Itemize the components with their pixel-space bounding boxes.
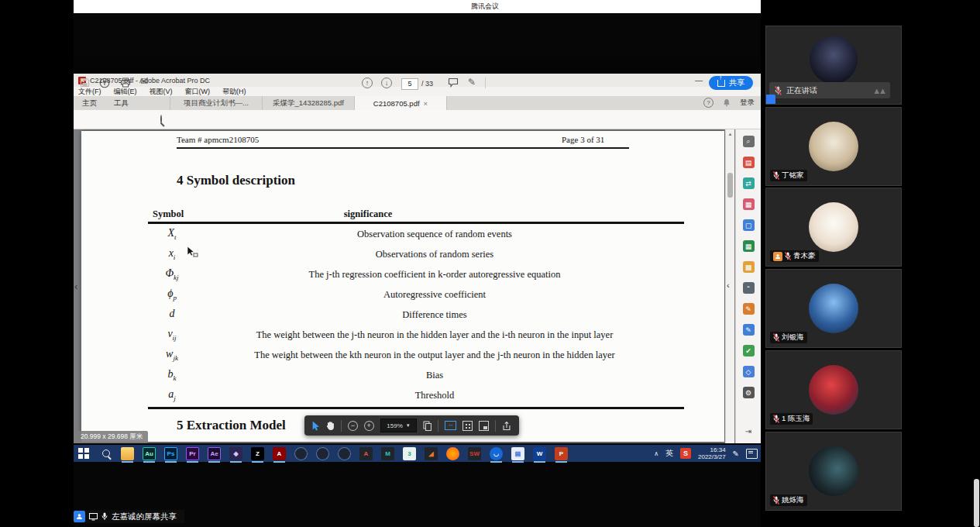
taskbar-app-circular-app-1-icon[interactable] [294,447,308,460]
taskbar-app-app-3-icon[interactable]: 3 [403,447,416,460]
table-row: d Difference times [81,308,724,328]
taskbar-app-powerpoint-icon[interactable]: P [555,447,568,460]
share-button[interactable]: 共享 [709,76,753,90]
menu-file[interactable]: 文件(F) [78,87,101,97]
send-cloud-icon[interactable] [99,78,110,88]
notification-center-icon[interactable] [746,449,758,459]
participant-tile-6[interactable]: 姚烁海 [765,432,902,511]
tab-home[interactable]: 主页 [74,96,105,110]
taskbar-app-solidworks-icon[interactable]: SW [468,447,481,460]
taskbar-app-file-explorer-icon[interactable] [121,447,134,460]
taskbar-app-firefox-icon[interactable] [446,447,459,460]
help-icon[interactable]: ? [703,98,714,108]
participant-tile-2[interactable]: 丁铭家 [765,107,902,186]
taskbar-app-circular-app-3-icon[interactable] [338,447,351,460]
panel-collapse-arrow-icon[interactable]: ‹ [727,281,730,290]
fill-sign-icon[interactable]: ✎ [743,303,755,315]
zoom-out-icon[interactable]: − [348,421,358,431]
acrobat-minimize-button[interactable]: — [688,74,710,87]
taskbar-app-audition-icon[interactable]: Au [143,447,156,460]
search-tools-icon[interactable]: ⌕ [743,136,755,147]
zoom-in-icon[interactable]: + [364,421,374,431]
page-up-icon[interactable]: ↑ [362,78,373,88]
select-tool-icon[interactable] [312,421,320,431]
doc-tab-3-active[interactable]: C2108705.pdf × [354,96,447,110]
menu-view[interactable]: 视图(V) [150,87,173,97]
more-tools-icon[interactable]: ⚙ [743,387,755,398]
participant-tile-3[interactable]: 青木豪 [765,188,902,267]
protect-icon[interactable]: ◇ [743,366,755,377]
taskbar-app-search-icon[interactable] [99,447,112,460]
chevron-down-icon: ▼ [406,423,411,428]
participant-tile-4[interactable]: 刘银海 [765,269,902,348]
system-tray: ∧ 英 S 16:34 2022/3/27 ✎ [654,445,758,462]
zoom-level-dropdown[interactable]: 159% ▼ [380,418,418,432]
taskbar-app-start-icon[interactable] [77,447,91,460]
clipboard-icon[interactable] [423,421,432,431]
menu-window[interactable]: 窗口(W) [185,87,211,97]
create-pdf-icon[interactable]: ▢ [743,219,755,231]
search-icon[interactable] [160,115,162,124]
email-icon[interactable]: ✉ [140,76,148,87]
taskbar-clock[interactable]: 16:34 2022/3/27 [698,446,726,460]
taskbar-app-thunder-icon[interactable]: ◡ [490,447,503,460]
combine-files-icon[interactable]: ▩ [743,261,755,273]
doc-tab-2[interactable]: 采煤学_14328285.pdf [262,96,354,110]
taskbar-app-after-effects-icon[interactable]: Ae [208,447,221,460]
ime-indicator[interactable]: 英 [665,448,673,459]
fit-page-icon[interactable] [462,421,473,431]
convert-pdf-icon[interactable]: ⇄ [743,177,755,189]
taskbar-app-photoshop-icon[interactable]: Ps [164,447,177,460]
hand-tool-icon[interactable] [326,421,335,431]
stamp-icon[interactable]: ✔ [743,345,755,356]
fit-width-icon[interactable]: ↔ [445,421,456,430]
participant-tile-5[interactable]: 1 陈玉海 [765,350,902,429]
export-pdf-icon[interactable]: ▤ [743,157,755,168]
page-down-icon[interactable]: ↓ [381,78,392,88]
page-header-right: Page 3 of 31 [562,135,604,144]
share-up-icon[interactable] [502,421,511,431]
taskbar-app-jianying-icon[interactable]: ◆ [229,447,242,460]
scroll-up-icon[interactable]: ▲ [726,132,734,136]
taskbar-app-m-app-icon[interactable]: M [381,447,394,460]
organize-pages-icon[interactable]: ▦ [743,198,755,210]
table-row: aj Threshold [81,388,724,408]
taskbar-app-matlab-icon[interactable]: ◢ [425,447,438,460]
sogou-ime-icon[interactable]: S [680,448,691,459]
clock-time: 16:34 [710,446,726,453]
page-number-input[interactable]: 5 [401,78,418,90]
tab-tools[interactable]: 工具 [105,96,137,110]
taskbar-app-circular-app-2-icon[interactable] [316,447,329,460]
scrollbar-thumb[interactable] [727,173,733,198]
expand-panel-icon[interactable]: ⇥ [736,427,761,436]
save-icon[interactable] [80,78,90,88]
menu-help[interactable]: 帮助(H) [222,87,246,97]
participant-tile-1[interactable]: 正在讲话 ▲▲ [765,26,902,105]
taskbar-app-word-icon[interactable]: W [533,447,546,460]
taskbar-app-premiere-icon[interactable]: Pr [186,447,199,460]
export-excel-icon[interactable]: ▦ [743,240,755,252]
login-link[interactable]: 登录 [740,98,755,108]
shared-screen: A C2108705.pdf - Adobe Acrobat Pro DC — … [74,13,761,527]
fullscreen-icon[interactable] [479,421,489,431]
bell-icon[interactable] [723,98,731,107]
doc-tab-1[interactable]: 项目商业计划书—... [170,96,262,110]
pen-input-icon[interactable]: ✎ [733,450,739,458]
taskbar-app-wps-doc-icon[interactable]: ▤ [511,447,524,460]
draw-pencil-icon[interactable]: ✎ [468,77,476,88]
pdf-page[interactable]: Team # apmcm2108705 Page 3 of 31 4 Symbo… [81,131,724,442]
symbol-cell: d [148,308,196,322]
taskbar-app-capcut-icon[interactable]: Z [251,447,264,460]
sidebar-scrollbar[interactable] [974,479,979,527]
comment-icon[interactable] [448,78,459,88]
taskbar-app-acrobat-icon[interactable]: A [273,447,286,460]
print-icon[interactable] [120,78,131,88]
tab-close-icon[interactable]: × [424,99,428,108]
comment-tool-icon[interactable]: “ [743,282,755,294]
edit-pdf-icon[interactable]: ✎ [743,324,755,336]
participant-label: 丁铭家 [770,170,807,181]
menu-edit[interactable]: 编辑(E) [114,87,137,97]
tray-expand-icon[interactable]: ∧ [654,450,658,457]
prev-page-arrow-icon[interactable]: ‹ [74,281,77,292]
taskbar-app-autocad-icon[interactable]: A [359,447,373,460]
